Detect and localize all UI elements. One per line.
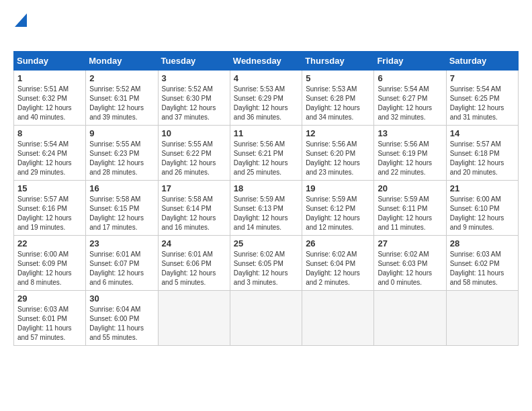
day-number: 21 [450,183,515,193]
day-info: Sunrise: 6:02 AMSunset: 6:03 PMDaylight:… [378,250,432,286]
calendar-cell: 23Sunrise: 6:01 AMSunset: 6:07 PMDayligh… [86,236,158,291]
day-number: 27 [378,238,442,248]
day-number: 3 [162,73,226,83]
calendar-cell: 19Sunrise: 5:59 AMSunset: 6:12 PMDayligh… [302,181,374,236]
calendar-cell [446,291,518,346]
day-info: Sunrise: 5:57 AMSunset: 6:16 PMDaylight:… [17,195,72,231]
day-number: 22 [17,238,82,248]
day-header-sunday: Sunday [14,52,86,71]
day-info: Sunrise: 5:55 AMSunset: 6:23 PMDaylight:… [89,140,144,176]
calendar-week-2: 8Sunrise: 5:54 AMSunset: 6:24 PMDaylight… [14,126,519,181]
calendar-cell: 6Sunrise: 5:54 AMSunset: 6:27 PMDaylight… [374,71,446,126]
calendar-cell: 25Sunrise: 6:02 AMSunset: 6:05 PMDayligh… [230,236,302,291]
day-number: 12 [306,128,370,138]
calendar-cell: 4Sunrise: 5:53 AMSunset: 6:29 PMDaylight… [230,71,302,126]
day-info: Sunrise: 6:01 AMSunset: 6:07 PMDaylight:… [89,250,144,286]
calendar-cell: 22Sunrise: 6:00 AMSunset: 6:09 PMDayligh… [14,236,86,291]
day-info: Sunrise: 5:59 AMSunset: 6:13 PMDaylight:… [234,195,288,231]
calendar-cell: 28Sunrise: 6:03 AMSunset: 6:02 PMDayligh… [446,236,518,291]
day-number: 24 [162,238,226,248]
calendar-cell: 18Sunrise: 5:59 AMSunset: 6:13 PMDayligh… [230,181,302,236]
calendar-cell: 14Sunrise: 5:57 AMSunset: 6:18 PMDayligh… [446,126,518,181]
calendar-cell [374,291,446,346]
day-number: 20 [378,183,442,193]
day-info: Sunrise: 6:03 AMSunset: 6:01 PMDaylight:… [17,306,72,341]
calendar-cell: 15Sunrise: 5:57 AMSunset: 6:16 PMDayligh… [14,181,86,236]
calendar-cell: 10Sunrise: 5:55 AMSunset: 6:22 PMDayligh… [158,126,230,181]
calendar-cell [230,291,302,346]
day-info: Sunrise: 5:56 AMSunset: 6:19 PMDaylight:… [378,140,432,176]
day-info: Sunrise: 5:51 AMSunset: 6:32 PMDaylight:… [17,85,72,121]
calendar-week-4: 22Sunrise: 6:00 AMSunset: 6:09 PMDayligh… [14,236,519,291]
day-header-thursday: Thursday [302,52,374,71]
day-number: 14 [450,128,515,138]
day-info: Sunrise: 6:03 AMSunset: 6:02 PMDaylight:… [450,250,504,286]
day-info: Sunrise: 5:58 AMSunset: 6:14 PMDaylight:… [162,195,216,231]
calendar-cell: 7Sunrise: 5:54 AMSunset: 6:25 PMDaylight… [446,71,518,126]
day-header-monday: Monday [86,52,158,71]
day-number: 4 [234,73,298,83]
calendar-cell: 27Sunrise: 6:02 AMSunset: 6:03 PMDayligh… [374,236,446,291]
calendar-cell: 26Sunrise: 6:02 AMSunset: 6:04 PMDayligh… [302,236,374,291]
day-number: 25 [234,238,298,248]
day-number: 13 [378,128,442,138]
day-number: 29 [17,293,82,304]
day-info: Sunrise: 5:56 AMSunset: 6:21 PMDaylight:… [234,140,288,176]
day-number: 11 [234,128,298,138]
day-info: Sunrise: 5:52 AMSunset: 6:31 PMDaylight:… [89,85,144,121]
calendar-cell: 11Sunrise: 5:56 AMSunset: 6:21 PMDayligh… [230,126,302,181]
day-header-wednesday: Wednesday [230,52,302,71]
calendar-cell: 29Sunrise: 6:03 AMSunset: 6:01 PMDayligh… [14,291,86,346]
day-header-tuesday: Tuesday [158,52,230,71]
day-info: Sunrise: 5:59 AMSunset: 6:12 PMDaylight:… [306,195,360,231]
day-number: 10 [162,128,226,138]
day-info: Sunrise: 5:55 AMSunset: 6:22 PMDaylight:… [162,140,216,176]
day-number: 7 [450,73,515,83]
calendar-table: SundayMondayTuesdayWednesdayThursdayFrid… [13,51,519,346]
calendar-week-3: 15Sunrise: 5:57 AMSunset: 6:16 PMDayligh… [14,181,519,236]
day-info: Sunrise: 6:04 AMSunset: 6:00 PMDaylight:… [89,306,144,341]
calendar-cell [302,291,374,346]
day-info: Sunrise: 5:52 AMSunset: 6:30 PMDaylight:… [162,85,216,121]
calendar-cell: 5Sunrise: 5:53 AMSunset: 6:28 PMDaylight… [302,71,374,126]
day-info: Sunrise: 5:54 AMSunset: 6:24 PMDaylight:… [17,140,72,176]
day-number: 28 [450,238,515,248]
day-number: 1 [17,73,82,83]
svg-marker-0 [15,13,27,27]
calendar-week-1: 1Sunrise: 5:51 AMSunset: 6:32 PMDaylight… [14,71,519,126]
day-number: 15 [17,183,82,193]
day-number: 23 [89,238,154,248]
day-info: Sunrise: 5:58 AMSunset: 6:15 PMDaylight:… [89,195,144,231]
logo-arrow-icon [15,13,27,30]
day-number: 6 [378,73,442,83]
day-number: 26 [306,238,370,248]
logo [13,13,27,44]
calendar-cell: 12Sunrise: 5:56 AMSunset: 6:20 PMDayligh… [302,126,374,181]
day-number: 19 [306,183,370,193]
calendar-cell: 20Sunrise: 5:59 AMSunset: 6:11 PMDayligh… [374,181,446,236]
day-info: Sunrise: 5:53 AMSunset: 6:29 PMDaylight:… [234,85,288,121]
calendar-cell [158,291,230,346]
day-info: Sunrise: 6:02 AMSunset: 6:05 PMDaylight:… [234,250,288,286]
day-number: 17 [162,183,226,193]
day-info: Sunrise: 5:56 AMSunset: 6:20 PMDaylight:… [306,140,360,176]
day-header-friday: Friday [374,52,446,71]
day-info: Sunrise: 5:57 AMSunset: 6:18 PMDaylight:… [450,140,504,176]
calendar-cell: 1Sunrise: 5:51 AMSunset: 6:32 PMDaylight… [14,71,86,126]
day-number: 5 [306,73,370,83]
calendar-cell: 8Sunrise: 5:54 AMSunset: 6:24 PMDaylight… [14,126,86,181]
day-info: Sunrise: 6:01 AMSunset: 6:06 PMDaylight:… [162,250,216,286]
day-info: Sunrise: 5:59 AMSunset: 6:11 PMDaylight:… [378,195,432,231]
calendar-week-5: 29Sunrise: 6:03 AMSunset: 6:01 PMDayligh… [14,291,519,346]
day-header-saturday: Saturday [446,52,518,71]
calendar-cell: 30Sunrise: 6:04 AMSunset: 6:00 PMDayligh… [86,291,158,346]
day-number: 8 [17,128,82,138]
calendar-cell: 3Sunrise: 5:52 AMSunset: 6:30 PMDaylight… [158,71,230,126]
day-info: Sunrise: 5:54 AMSunset: 6:27 PMDaylight:… [378,85,432,121]
calendar-cell: 2Sunrise: 5:52 AMSunset: 6:31 PMDaylight… [86,71,158,126]
calendar-cell: 21Sunrise: 6:00 AMSunset: 6:10 PMDayligh… [446,181,518,236]
calendar-cell: 13Sunrise: 5:56 AMSunset: 6:19 PMDayligh… [374,126,446,181]
day-info: Sunrise: 6:00 AMSunset: 6:10 PMDaylight:… [450,195,504,231]
day-info: Sunrise: 5:54 AMSunset: 6:25 PMDaylight:… [450,85,504,121]
calendar-cell: 9Sunrise: 5:55 AMSunset: 6:23 PMDaylight… [86,126,158,181]
